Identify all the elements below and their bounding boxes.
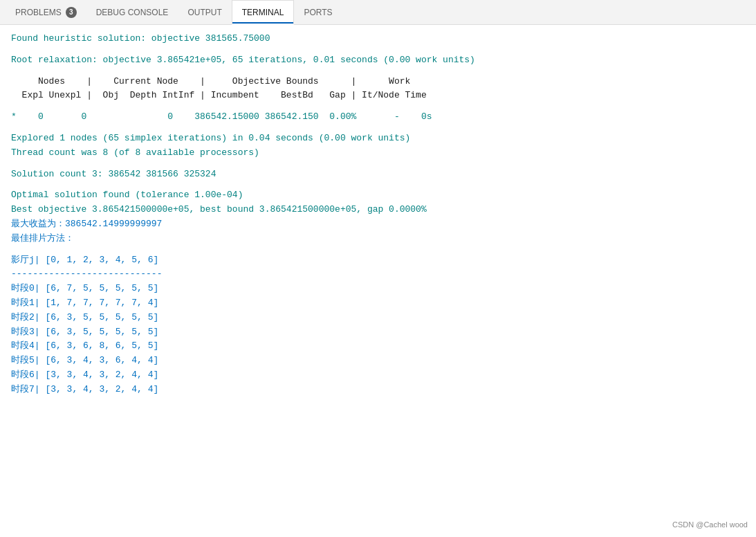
tab-problems-badge: 3: [66, 7, 77, 18]
terminal-line: Explored 1 nodes (65 simplex iterations)…: [11, 131, 745, 146]
terminal-line: ----------------------------: [11, 267, 745, 282]
terminal-line: 时段5| [6, 3, 4, 3, 6, 4, 4]: [11, 354, 745, 368]
terminal-line: Root relaxation: objective 3.865421e+05,…: [11, 53, 745, 68]
tab-ports[interactable]: PORTS: [294, 0, 342, 25]
terminal-line: 时段1| [1, 7, 7, 7, 7, 7, 4]: [11, 296, 745, 311]
terminal-line: Expl Unexpl | Obj Depth IntInf | Incumbe…: [11, 89, 745, 103]
tab-active-indicator: [232, 22, 294, 24]
watermark: CSDN @Cachel wood: [672, 520, 748, 529]
terminal-content: Found heuristic solution: objective 3815…: [0, 25, 756, 537]
tab-output[interactable]: OUTPUT: [178, 0, 231, 25]
tab-output-label: OUTPUT: [187, 8, 221, 17]
tab-ports-label: PORTS: [304, 8, 332, 17]
terminal-line: Solution count 3: 386542 381566 325324: [11, 167, 745, 182]
terminal-line: 时段2| [6, 3, 5, 5, 5, 5, 5]: [11, 311, 745, 325]
terminal-line: Optimal solution found (tolerance 1.00e-…: [11, 188, 745, 203]
terminal-empty-line: [11, 161, 745, 167]
terminal-line: 时段6| [3, 3, 4, 3, 2, 4, 4]: [11, 368, 745, 383]
tab-bar: PROBLEMS 3 DEBUG CONSOLE OUTPUT TERMINAL…: [0, 0, 756, 25]
terminal-line: Nodes | Current Node | Objective Bounds …: [11, 75, 745, 89]
tab-debug-console[interactable]: DEBUG CONSOLE: [86, 0, 178, 25]
terminal-line: Thread count was 8 (of 8 available proce…: [11, 146, 745, 161]
tab-terminal[interactable]: TERMINAL: [232, 0, 295, 25]
tab-terminal-label: TERMINAL: [242, 8, 284, 17]
terminal-empty-line: [11, 246, 745, 253]
terminal-empty-line: [11, 181, 745, 188]
terminal-empty-line: [11, 46, 745, 53]
terminal-line: 时段0| [6, 7, 5, 5, 5, 5, 5]: [11, 282, 745, 296]
terminal-line: 时段3| [6, 3, 5, 5, 5, 5, 5]: [11, 325, 745, 340]
tab-problems[interactable]: PROBLEMS 3: [6, 0, 86, 25]
terminal-line: 影厅j| [0, 1, 2, 3, 4, 5, 6]: [11, 253, 745, 268]
tab-debug-console-label: DEBUG CONSOLE: [96, 8, 169, 17]
tab-problems-label: PROBLEMS: [15, 8, 62, 17]
terminal-line: Found heuristic solution: objective 3815…: [11, 32, 745, 46]
terminal-line: * 0 0 0 386542.15000 386542.150 0.00% - …: [11, 110, 745, 125]
terminal-line: 最佳排片方法：: [11, 232, 745, 246]
terminal-line: 时段7| [3, 3, 4, 3, 2, 4, 4]: [11, 383, 745, 397]
terminal-line: Best objective 3.865421500000e+05, best …: [11, 203, 745, 217]
terminal-line: 时段4| [6, 3, 6, 8, 6, 5, 5]: [11, 339, 745, 354]
terminal-empty-line: [11, 125, 745, 131]
terminal-empty-line: [11, 68, 745, 75]
terminal-empty-line: [11, 103, 745, 110]
terminal-line: 最大收益为：386542.14999999997: [11, 217, 745, 232]
